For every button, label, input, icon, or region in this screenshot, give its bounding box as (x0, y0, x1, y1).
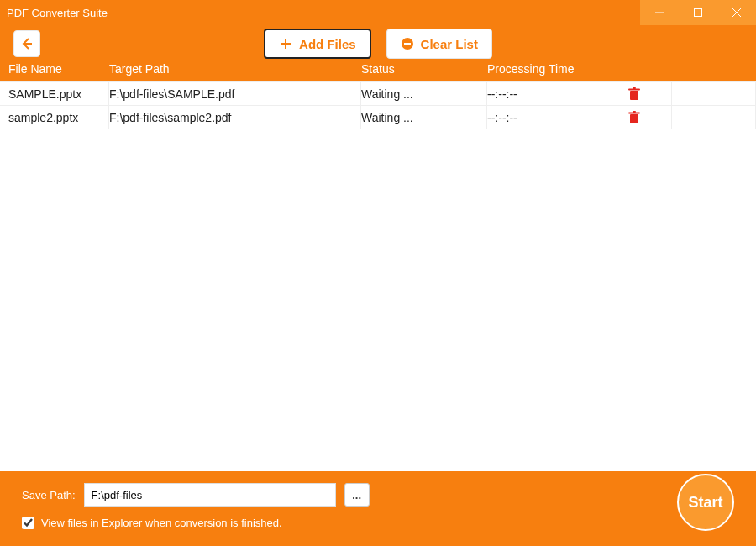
save-path-row: Save Path: ... (22, 483, 734, 507)
file-table: File Name Target Path Status Processing … (0, 62, 756, 471)
app-title: PDF Converter Suite (7, 7, 108, 19)
minimize-icon (654, 8, 664, 18)
maximize-button[interactable] (679, 0, 717, 25)
clear-list-button[interactable]: Clear List (386, 29, 492, 59)
browse-button[interactable]: ... (344, 483, 370, 507)
cell-proc-time: --:--:-- (487, 106, 596, 129)
add-files-label: Add Files (299, 37, 356, 51)
table-header: File Name Target Path Status Processing … (0, 62, 756, 81)
table-row[interactable]: sample2.pptx F:\pdf-files\sample2.pdf Wa… (0, 106, 756, 129)
col-header-file-name: File Name (8, 62, 109, 81)
col-header-delete (596, 62, 672, 81)
col-header-target-path: Target Path (109, 62, 361, 81)
cell-status: Waiting ... (361, 106, 487, 129)
cell-proc-time: --:--:-- (487, 82, 596, 105)
view-files-row: View files in Explorer when conversion i… (22, 517, 734, 529)
table-row[interactable]: SAMPLE.pptx F:\pdf-files\SAMPLE.pdf Wait… (0, 82, 756, 106)
table-body: SAMPLE.pptx F:\pdf-files\SAMPLE.pdf Wait… (0, 81, 756, 471)
minimize-button[interactable] (640, 0, 679, 25)
svg-rect-9 (630, 91, 638, 100)
close-button[interactable] (717, 0, 756, 25)
toolbar: Add Files Clear List (0, 25, 756, 62)
window-controls (640, 0, 756, 25)
maximize-icon (693, 8, 703, 18)
cell-file-name: SAMPLE.pptx (8, 82, 109, 105)
footer: Save Path: ... View files in Explorer wh… (0, 471, 756, 546)
svg-rect-12 (630, 114, 638, 123)
close-icon (732, 8, 742, 18)
view-files-label: View files in Explorer when conversion i… (41, 517, 282, 529)
start-label: Start (688, 494, 722, 512)
add-files-button[interactable]: Add Files (264, 29, 371, 59)
toolbar-center: Add Files Clear List (60, 29, 696, 59)
cell-extra (672, 106, 756, 129)
col-header-status: Status (361, 62, 487, 81)
cell-target-path: F:\pdf-files\SAMPLE.pdf (109, 82, 361, 105)
start-button[interactable]: Start (677, 474, 734, 531)
plus-icon (279, 37, 292, 50)
svg-rect-14 (633, 111, 636, 113)
title-bar: PDF Converter Suite (0, 0, 756, 25)
col-header-proc-time: Processing Time (487, 62, 596, 81)
delete-row-button[interactable] (596, 106, 672, 129)
back-button[interactable] (13, 30, 40, 57)
view-files-checkbox[interactable] (22, 517, 34, 529)
col-header-extra (672, 62, 756, 81)
cell-target-path: F:\pdf-files\sample2.pdf (109, 106, 361, 129)
clear-icon (401, 37, 414, 50)
save-path-label: Save Path: (22, 489, 76, 501)
clear-list-label: Clear List (421, 37, 478, 51)
cell-extra (672, 82, 756, 105)
delete-row-button[interactable] (596, 82, 672, 105)
svg-rect-11 (633, 87, 636, 89)
trash-icon (628, 111, 640, 124)
svg-rect-1 (695, 9, 702, 17)
trash-icon (628, 87, 640, 101)
save-path-input[interactable] (84, 483, 336, 507)
app-window: PDF Converter Suite Add Files Clea (0, 0, 756, 546)
back-arrow-icon (18, 35, 35, 52)
cell-file-name: sample2.pptx (8, 106, 109, 129)
cell-status: Waiting ... (361, 82, 487, 105)
